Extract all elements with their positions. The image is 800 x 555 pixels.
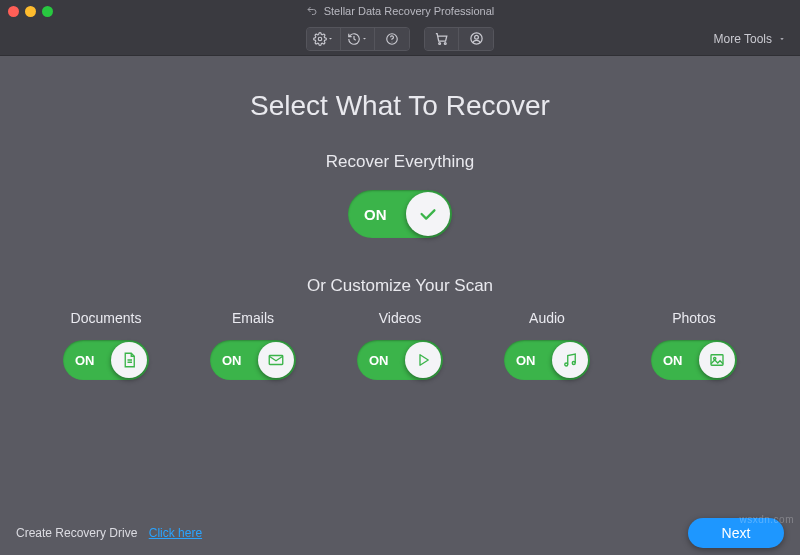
window-title: Stellar Data Recovery Professional xyxy=(0,5,800,17)
chevron-down-icon xyxy=(327,35,334,42)
category-label: Emails xyxy=(232,310,274,326)
category-row: Documents ON Emails ON Videos ON xyxy=(30,310,770,380)
history-icon xyxy=(347,32,361,46)
toolbar-right-group xyxy=(424,27,494,51)
toggle-on-label: ON xyxy=(75,353,95,368)
music-icon xyxy=(561,351,579,369)
category-documents: Documents ON xyxy=(40,310,172,380)
close-window-button[interactable] xyxy=(8,6,19,17)
toggle-on-label: ON xyxy=(663,353,683,368)
gear-icon xyxy=(313,32,327,46)
help-button[interactable] xyxy=(375,28,409,50)
svg-point-6 xyxy=(474,35,478,39)
image-icon xyxy=(708,351,726,369)
cart-button[interactable] xyxy=(425,28,459,50)
settings-button[interactable] xyxy=(307,28,341,50)
category-videos: Videos ON xyxy=(334,310,466,380)
page-title: Select What To Recover xyxy=(30,90,770,122)
toggle-knob xyxy=(552,342,588,378)
emails-toggle[interactable]: ON xyxy=(210,340,296,380)
category-label: Videos xyxy=(379,310,422,326)
svg-point-0 xyxy=(318,37,322,41)
category-label: Documents xyxy=(71,310,142,326)
document-icon xyxy=(120,351,138,369)
main-content: Select What To Recover Recover Everythin… xyxy=(0,56,800,380)
recover-everything-label: Recover Everything xyxy=(30,152,770,172)
mail-icon xyxy=(267,351,285,369)
svg-marker-8 xyxy=(420,355,428,366)
click-here-link[interactable]: Click here xyxy=(149,526,202,540)
customize-scan-label: Or Customize Your Scan xyxy=(30,276,770,296)
toggle-on-label: ON xyxy=(516,353,536,368)
toggle-on-label: ON xyxy=(369,353,389,368)
category-audio: Audio ON xyxy=(481,310,613,380)
app-undo-icon xyxy=(306,5,318,17)
toggle-knob xyxy=(406,192,450,236)
toggle-knob xyxy=(405,342,441,378)
more-tools-button[interactable]: More Tools xyxy=(714,32,786,46)
maximize-window-button[interactable] xyxy=(42,6,53,17)
toggle-on-label: ON xyxy=(364,206,387,223)
create-recovery-label: Create Recovery Drive xyxy=(16,526,137,540)
window-title-text: Stellar Data Recovery Professional xyxy=(324,5,495,17)
footer: Create Recovery Drive Click here Next xyxy=(0,511,800,555)
documents-toggle[interactable]: ON xyxy=(63,340,149,380)
svg-point-2 xyxy=(392,41,393,42)
check-icon xyxy=(417,203,439,225)
cart-icon xyxy=(434,31,449,46)
photos-toggle[interactable]: ON xyxy=(651,340,737,380)
audio-toggle[interactable]: ON xyxy=(504,340,590,380)
account-button[interactable] xyxy=(459,28,493,50)
traffic-lights xyxy=(8,6,53,17)
svg-point-4 xyxy=(444,43,446,45)
category-label: Audio xyxy=(529,310,565,326)
chevron-down-icon xyxy=(778,35,786,43)
svg-rect-11 xyxy=(711,355,723,366)
recover-everything-toggle[interactable]: ON xyxy=(348,190,452,238)
svg-point-3 xyxy=(439,43,441,45)
play-icon xyxy=(414,351,432,369)
window-titlebar: Stellar Data Recovery Professional xyxy=(0,0,800,22)
svg-point-10 xyxy=(572,362,575,365)
chevron-down-icon xyxy=(361,35,368,42)
svg-point-9 xyxy=(565,363,568,366)
toggle-knob xyxy=(258,342,294,378)
category-label: Photos xyxy=(672,310,716,326)
toggle-knob xyxy=(111,342,147,378)
toolbar-left-group xyxy=(306,27,410,51)
toolbar: More Tools xyxy=(0,22,800,56)
history-button[interactable] xyxy=(341,28,375,50)
videos-toggle[interactable]: ON xyxy=(357,340,443,380)
user-icon xyxy=(469,31,484,46)
more-tools-label: More Tools xyxy=(714,32,772,46)
create-recovery-drive: Create Recovery Drive Click here xyxy=(16,526,202,540)
category-emails: Emails ON xyxy=(187,310,319,380)
toggle-knob xyxy=(699,342,735,378)
watermark: wsxdn.com xyxy=(739,514,794,525)
minimize-window-button[interactable] xyxy=(25,6,36,17)
toggle-on-label: ON xyxy=(222,353,242,368)
help-icon xyxy=(385,32,399,46)
category-photos: Photos ON xyxy=(628,310,760,380)
